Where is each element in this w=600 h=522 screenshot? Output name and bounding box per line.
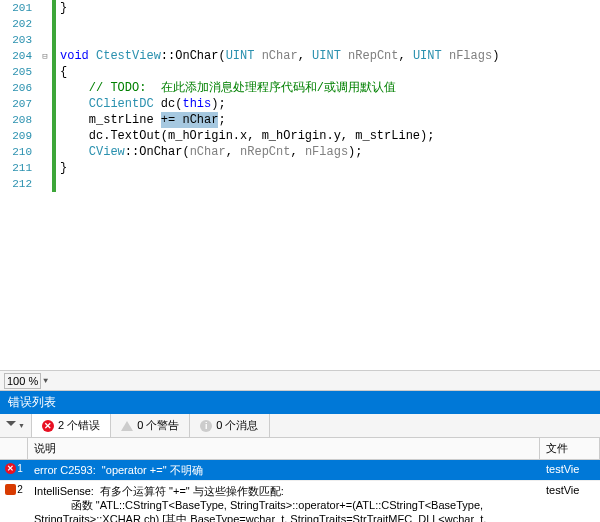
filter-icon: [6, 421, 16, 431]
error-list-rows: ✕1error C2593: "operator +=" 不明确testVie2…: [0, 460, 600, 522]
zoom-select[interactable]: 100 %: [4, 373, 41, 389]
line-number: 205: [0, 64, 32, 80]
code-line[interactable]: [60, 176, 600, 192]
error-row-icon: 2: [0, 481, 28, 522]
tab-messages[interactable]: i0 个消息: [190, 414, 269, 437]
code-line[interactable]: // TODO: 在此添加消息处理程序代码和/或调用默认值: [60, 80, 600, 96]
fold-toggle: [38, 144, 52, 160]
error-description: IntelliSense: 有多个运算符 "+=" 与这些操作数匹配: 函数 "…: [28, 481, 540, 522]
line-number: 202: [0, 16, 32, 32]
line-number: 203: [0, 32, 32, 48]
tab-messages-label: 0 个消息: [216, 418, 258, 433]
error-description: error C2593: "operator +=" 不明确: [28, 460, 540, 480]
line-number: 209: [0, 128, 32, 144]
error-row[interactable]: 2IntelliSense: 有多个运算符 "+=" 与这些操作数匹配: 函数 …: [0, 481, 600, 522]
line-number: 201: [0, 0, 32, 16]
error-list-header: 说明 文件: [0, 438, 600, 460]
tab-warnings[interactable]: 0 个警告: [111, 414, 190, 437]
chevron-down-icon: ▼: [18, 422, 25, 429]
filter-button[interactable]: ▼: [0, 414, 32, 437]
error-list-panel: 错误列表 ▼ ✕2 个错误 0 个警告 i0 个消息 说明 文件 ✕1error…: [0, 390, 600, 522]
fold-toggle: [38, 160, 52, 176]
fold-toggle: [38, 80, 52, 96]
line-number: 210: [0, 144, 32, 160]
fold-toggle: [38, 0, 52, 16]
code-line[interactable]: m_strLine += nChar;: [60, 112, 600, 128]
line-number: 204: [0, 48, 32, 64]
line-number: 211: [0, 160, 32, 176]
col-description[interactable]: 说明: [28, 438, 540, 459]
tab-errors[interactable]: ✕2 个错误: [32, 414, 111, 437]
zoom-dropdown-icon[interactable]: ▼: [43, 376, 48, 385]
code-line[interactable]: [60, 32, 600, 48]
error-list-title: 错误列表: [0, 391, 600, 414]
zoom-bar: 100 % ▼: [0, 370, 600, 390]
code-line[interactable]: {: [60, 64, 600, 80]
error-list-toolbar: ▼ ✕2 个错误 0 个警告 i0 个消息: [0, 414, 600, 438]
intellisense-icon: [5, 484, 16, 495]
code-content[interactable]: }void CtestView::OnChar(UINT nChar, UINT…: [56, 0, 600, 192]
error-icon: ✕: [5, 463, 16, 474]
code-line[interactable]: dc.TextOut(m_hOrigin.x, m_hOrigin.y, m_s…: [60, 128, 600, 144]
error-file: testVie: [540, 481, 600, 522]
error-row[interactable]: ✕1error C2593: "operator +=" 不明确testVie: [0, 460, 600, 481]
info-icon: i: [200, 420, 212, 432]
fold-toggle: [38, 64, 52, 80]
error-file: testVie: [540, 460, 600, 480]
code-line[interactable]: }: [60, 0, 600, 16]
code-line[interactable]: [60, 16, 600, 32]
code-line[interactable]: CClientDC dc(this);: [60, 96, 600, 112]
col-file[interactable]: 文件: [540, 438, 600, 459]
code-editor[interactable]: 201202203204205206207208209210211212 ⊟ }…: [0, 0, 600, 370]
code-line[interactable]: void CtestView::OnChar(UINT nChar, UINT …: [60, 48, 600, 64]
fold-toggle: [38, 96, 52, 112]
fold-toggle: [38, 176, 52, 192]
tab-warnings-label: 0 个警告: [137, 418, 179, 433]
line-number: 212: [0, 176, 32, 192]
fold-toggle[interactable]: ⊟: [38, 48, 52, 64]
fold-toggle: [38, 32, 52, 48]
fold-toggle: [38, 128, 52, 144]
code-line[interactable]: CView::OnChar(nChar, nRepCnt, nFlags);: [60, 144, 600, 160]
line-number: 207: [0, 96, 32, 112]
fold-toggle: [38, 16, 52, 32]
col-icon[interactable]: [0, 438, 28, 459]
warning-icon: [121, 421, 133, 431]
fold-column[interactable]: ⊟: [38, 0, 52, 192]
line-number-gutter: 201202203204205206207208209210211212: [0, 0, 38, 192]
fold-toggle: [38, 112, 52, 128]
line-number: 208: [0, 112, 32, 128]
error-icon: ✕: [42, 420, 54, 432]
error-row-icon: ✕1: [0, 460, 28, 480]
code-line[interactable]: }: [60, 160, 600, 176]
line-number: 206: [0, 80, 32, 96]
tab-errors-label: 2 个错误: [58, 418, 100, 433]
